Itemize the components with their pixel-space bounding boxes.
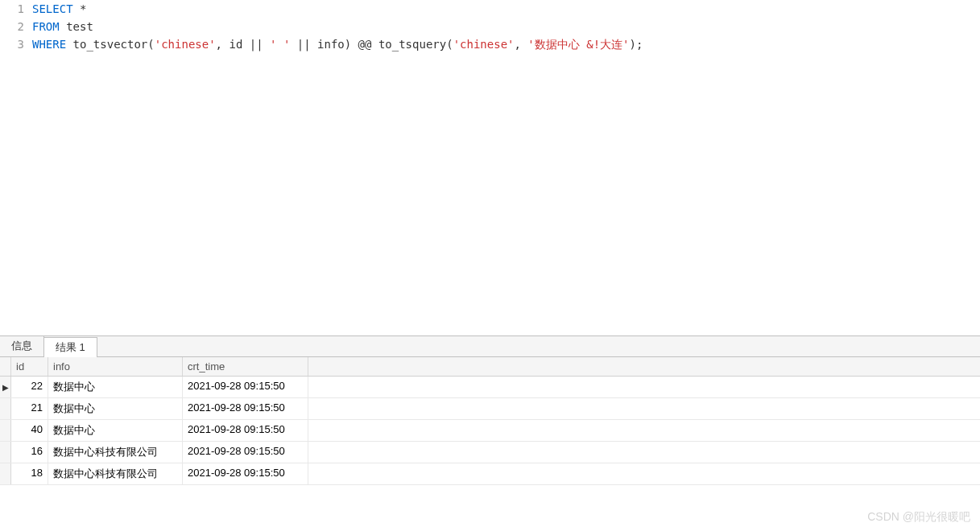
cell-info[interactable]: 数据中心 <box>48 377 183 397</box>
row-selector[interactable] <box>0 442 11 463</box>
code-line[interactable]: 3WHERE to_tsvector('chinese', id || ' ' … <box>0 35 980 53</box>
watermark: CSDN @阳光很暖吧 <box>867 510 970 525</box>
column-header-crt-time[interactable]: crt_time <box>183 357 308 376</box>
table-row[interactable]: 40数据中心2021-09-28 09:15:50 <box>0 420 980 442</box>
cell-crt-time[interactable]: 2021-09-28 09:15:50 <box>183 442 308 463</box>
cell-id[interactable]: 40 <box>11 420 48 441</box>
code-content[interactable]: WHERE to_tsvector('chinese', id || ' ' |… <box>32 35 980 53</box>
table-row[interactable]: 21数据中心2021-09-28 09:15:50 <box>0 398 980 420</box>
tab-info[interactable]: 信息 <box>0 336 44 356</box>
row-selector-header[interactable] <box>0 357 11 376</box>
code-content[interactable]: FROM test <box>32 18 980 35</box>
row-selector[interactable]: ▶ <box>0 377 11 397</box>
row-selector[interactable] <box>0 463 11 484</box>
code-content[interactable]: SELECT * <box>32 0 980 18</box>
table-row[interactable]: 18数据中心科技有限公司2021-09-28 09:15:50 <box>0 463 980 485</box>
cell-id[interactable]: 18 <box>11 463 48 484</box>
cell-info[interactable]: 数据中心科技有限公司 <box>48 442 183 463</box>
cell-crt-time[interactable]: 2021-09-28 09:15:50 <box>183 463 308 484</box>
cell-info[interactable]: 数据中心科技有限公司 <box>48 463 183 484</box>
row-selector[interactable] <box>0 398 11 419</box>
sql-editor[interactable]: 1SELECT *2FROM test3WHERE to_tsvector('c… <box>0 0 980 336</box>
column-header-id[interactable]: id <box>11 357 48 376</box>
table-row[interactable]: ▶22数据中心2021-09-28 09:15:50 <box>0 377 980 398</box>
cell-id[interactable]: 16 <box>11 442 48 463</box>
cell-crt-time[interactable]: 2021-09-28 09:15:50 <box>183 398 308 419</box>
result-tabs: 信息 结果 1 <box>0 336 980 357</box>
cell-id[interactable]: 21 <box>11 398 48 419</box>
result-grid[interactable]: id info crt_time ▶22数据中心2021-09-28 09:15… <box>0 357 980 485</box>
line-number: 2 <box>0 18 32 35</box>
cell-id[interactable]: 22 <box>11 377 48 397</box>
cell-info[interactable]: 数据中心 <box>48 398 183 419</box>
row-selector[interactable] <box>0 420 11 441</box>
cell-crt-time[interactable]: 2021-09-28 09:15:50 <box>183 420 308 441</box>
column-header-info[interactable]: info <box>48 357 183 376</box>
line-number: 1 <box>0 0 32 18</box>
tab-result-1[interactable]: 结果 1 <box>44 337 97 357</box>
line-number: 3 <box>0 35 32 53</box>
code-line[interactable]: 1SELECT * <box>0 0 980 18</box>
grid-header-row: id info crt_time <box>0 357 980 377</box>
code-line[interactable]: 2FROM test <box>0 18 980 35</box>
table-row[interactable]: 16数据中心科技有限公司2021-09-28 09:15:50 <box>0 442 980 463</box>
cell-info[interactable]: 数据中心 <box>48 420 183 441</box>
cell-crt-time[interactable]: 2021-09-28 09:15:50 <box>183 377 308 397</box>
